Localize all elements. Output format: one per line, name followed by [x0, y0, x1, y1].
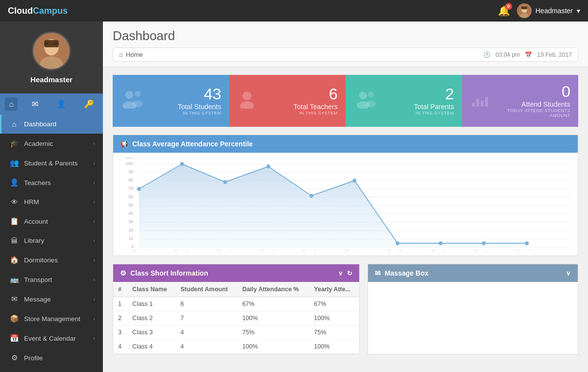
- svg-text:Class 3: Class 3: [217, 249, 231, 251]
- account-icon: 📋: [9, 217, 19, 226]
- home-icon: ⌂: [119, 51, 123, 58]
- notification-button[interactable]: 🔔 0: [498, 5, 510, 17]
- cell-daily: 67%: [237, 297, 309, 311]
- svg-text:Class 1: Class 1: [132, 249, 147, 251]
- message-collapse-icon[interactable]: ∨: [566, 270, 571, 277]
- sidebar-item-store-management[interactable]: 📦 Store Management ‹: [0, 309, 103, 328]
- sidebar-item-account[interactable]: 📋 Account ‹: [0, 211, 103, 231]
- table-row: 1 Class 1 6 67% 67%: [113, 297, 359, 311]
- parents-count: 2: [414, 86, 454, 102]
- chevron-icon: ‹: [94, 336, 95, 341]
- cell-yearly: 75%: [309, 326, 359, 340]
- library-icon: 🏛: [9, 236, 19, 245]
- sidebar-person-icon-btn[interactable]: 👤: [52, 97, 70, 111]
- table-row: 2 Class 2 7 100% 100%: [113, 311, 359, 326]
- chart-body: 0 10 20 30 40 50 60 70 80 90 100 110: [113, 153, 578, 256]
- cell-daily: 100%: [237, 340, 309, 354]
- breadcrumb-home: Home: [126, 51, 143, 58]
- sidebar-item-label-library: Library: [24, 237, 44, 244]
- class-info-table: # Class Name Student Amount Daily Attend…: [113, 282, 359, 354]
- attend-count: 0: [490, 84, 571, 99]
- sidebar-item-event-calendar[interactable]: 📅 Event & Calendar ‹: [0, 328, 103, 348]
- sidebar-home-icon-btn[interactable]: ⌂: [5, 97, 18, 111]
- svg-point-15: [240, 101, 254, 109]
- sidebar-item-dashboard[interactable]: ⌂ Dashboard: [0, 115, 103, 134]
- cell-student-amount: 6: [175, 297, 237, 311]
- message-box-title: Massage Box: [385, 269, 428, 277]
- svg-text:20: 20: [128, 228, 133, 232]
- sidebar-item-label-teachers: Teachers: [24, 179, 51, 186]
- teachers-card-icon: [237, 89, 257, 113]
- sidebar-mail-icon-btn[interactable]: ✉: [28, 97, 42, 111]
- cell-class-name: Class 4: [127, 340, 175, 354]
- sidebar-item-student-parents[interactable]: 👥 Student & Parents ‹: [0, 153, 103, 173]
- chart-title: Class Average Attendance Percentile: [132, 140, 253, 148]
- sidebar-item-teachers[interactable]: 👤 Teachers ‹: [0, 173, 103, 192]
- col-class-name: Class Name: [127, 282, 175, 297]
- stat-card-parents: 2 Total Parents IN THIS SYSTEM: [345, 75, 462, 127]
- sidebar-profile: Headmaster: [0, 22, 103, 93]
- svg-text:30: 30: [128, 219, 133, 224]
- sidebar-key-icon-btn[interactable]: 🔑: [80, 97, 98, 111]
- svg-point-51: [267, 164, 270, 168]
- sidebar-item-label-student-parents: Student & Parents: [24, 160, 78, 167]
- chart-megaphone-icon: 📢: [120, 140, 128, 148]
- sidebar-item-hrm[interactable]: 👁 HRM ‹: [0, 192, 103, 211]
- cell-class-name: Class 3: [127, 326, 175, 340]
- sidebar-item-label-message: Message: [24, 296, 51, 303]
- svg-point-55: [439, 241, 442, 245]
- refresh-icon[interactable]: ↻: [347, 270, 352, 277]
- svg-rect-9: [55, 43, 58, 45]
- sidebar-item-label-hrm: HRM: [24, 198, 39, 206]
- svg-point-18: [368, 92, 374, 97]
- sidebar: Headmaster ⌂ ✉ 👤 🔑 ⌂ Dashboard 🎓 Academi…: [0, 22, 103, 372]
- sidebar-item-settings[interactable]: ⚙ Settings ‹: [0, 368, 103, 372]
- collapse-icon[interactable]: ∨: [338, 270, 343, 277]
- transport-icon: 🚌: [9, 275, 19, 284]
- svg-rect-22: [481, 101, 484, 107]
- col-student-amount: Student Amount: [175, 282, 237, 297]
- stat-card-teachers: 6 Total Teachers IN THIS SYSTEM: [229, 75, 346, 127]
- attend-label: Attend Students: [490, 100, 571, 108]
- academic-icon: 🎓: [9, 139, 19, 148]
- cell-daily: 100%: [237, 311, 309, 326]
- student-parents-icon: 👥: [9, 159, 19, 167]
- svg-text:90: 90: [128, 169, 133, 174]
- page-title: Dashboard: [113, 28, 578, 44]
- chevron-icon: ‹: [94, 199, 95, 205]
- topbar: CloudCampus 🔔 0 Headmaster ▾: [0, 0, 588, 22]
- table-row: 4 Class 4 4 100% 100%: [113, 340, 359, 354]
- content-area: Dashboard ⌂ Home 🕐 03:04 pm 📅 19 Feb, 20…: [103, 22, 588, 372]
- table-header-row: # Class Name Student Amount Daily Attend…: [113, 282, 359, 297]
- content-header: Dashboard ⌂ Home 🕐 03:04 pm 📅 19 Feb, 20…: [103, 22, 588, 67]
- sidebar-item-academic[interactable]: 🎓 Academic ‹: [0, 134, 103, 153]
- chevron-icon: ‹: [94, 297, 95, 302]
- chevron-icon: ‹: [94, 219, 95, 224]
- content-body: 43 Total Students IN THIS SYSTEM 6: [103, 67, 588, 362]
- svg-point-48: [137, 187, 141, 191]
- col-yearly-attendance: Yearly Atte...: [309, 282, 359, 297]
- sidebar-item-message[interactable]: ✉ Message ‹: [0, 289, 103, 309]
- sidebar-item-profile[interactable]: ⚙ Profile: [0, 348, 103, 368]
- sidebar-item-dormitories[interactable]: 🏠 Dormitories ‹: [0, 250, 103, 270]
- sidebar-item-label-dormitories: Dormitories: [24, 256, 58, 264]
- cell-yearly: 100%: [309, 340, 359, 354]
- stat-card-students: 43 Total Students IN THIS SYSTEM: [113, 75, 229, 127]
- svg-point-16: [359, 92, 367, 99]
- sidebar-item-library[interactable]: 🏛 Library ‹: [0, 231, 103, 250]
- chart-section: 📢 Class Average Attendance Percentile 0 …: [113, 135, 578, 256]
- svg-text:100: 100: [125, 161, 133, 166]
- user-menu-button[interactable]: Headmaster ▾: [517, 3, 580, 18]
- class-info-gear-icon: ⚙: [120, 269, 126, 277]
- profile-icon: ⚙: [9, 353, 19, 362]
- class-info-header: ⚙ Class Short Information ∨ ↻: [113, 264, 359, 282]
- svg-text:50: 50: [128, 203, 133, 208]
- cell-student-amount: 4: [175, 340, 237, 354]
- svg-text:Class 5: Class 5: [302, 249, 316, 251]
- sidebar-nav: ⌂ Dashboard 🎓 Academic ‹ 👥 Student & Par…: [0, 115, 103, 372]
- message-envelope-icon: ✉: [375, 269, 381, 277]
- sidebar-item-label-dashboard: Dashboard: [24, 120, 56, 128]
- svg-point-13: [133, 100, 143, 107]
- cell-num: 3: [113, 326, 127, 340]
- sidebar-item-transport[interactable]: 🚌 Transport ‹: [0, 270, 103, 289]
